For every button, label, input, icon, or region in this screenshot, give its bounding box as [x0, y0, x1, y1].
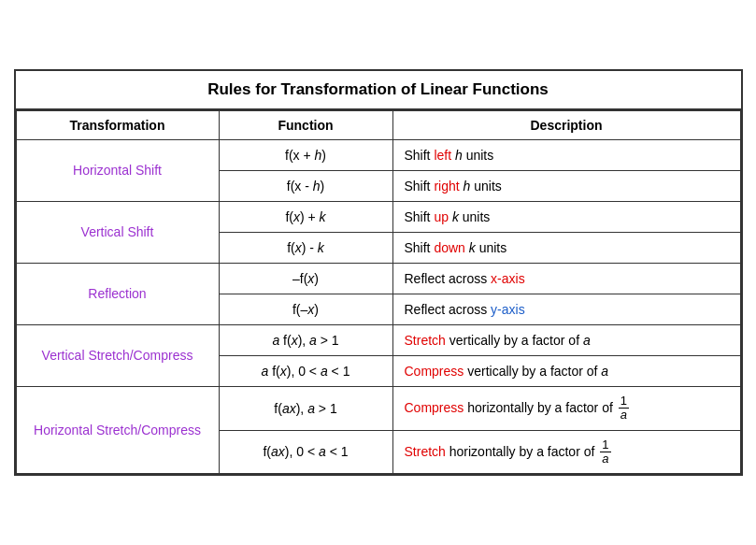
fraction: 1a	[619, 394, 629, 423]
table-row: Horizontal Shiftf(x + h)Shift left h uni…	[16, 139, 740, 170]
function-cell: f(x - h)	[219, 170, 392, 201]
description-cell: Shift down k units	[392, 232, 740, 263]
table-title: Rules for Transformation of Linear Funct…	[16, 71, 741, 110]
function-cell: f(ax), 0 < a < 1	[219, 430, 392, 474]
transform-cell: Horizontal Stretch/Compress	[16, 386, 219, 473]
transform-cell: Horizontal Shift	[16, 139, 219, 201]
header-description: Description	[392, 110, 740, 139]
function-cell: f(x) - k	[219, 232, 392, 263]
function-cell: –f(x)	[219, 263, 392, 294]
description-cell: Shift left h units	[392, 139, 740, 170]
transform-cell: Vertical Shift	[16, 201, 219, 263]
description-cell: Reflect across x-axis	[392, 263, 740, 294]
function-cell: a f(x), 0 < a < 1	[219, 355, 392, 386]
description-cell: Compress vertically by a factor of a	[392, 355, 740, 386]
function-cell: a f(x), a > 1	[219, 324, 392, 355]
transform-cell: Vertical Stretch/Compress	[16, 324, 219, 386]
table-row: Reflection–f(x)Reflect across x-axis	[16, 263, 740, 294]
description-cell: Reflect across y-axis	[392, 294, 740, 324]
function-cell: f(–x)	[219, 294, 392, 324]
header-function: Function	[219, 110, 392, 139]
description-cell: Stretch horizontally by a factor of 1a	[392, 430, 740, 474]
function-cell: f(x) + k	[219, 201, 392, 232]
description-cell: Shift right h units	[392, 170, 740, 201]
function-cell: f(x + h)	[219, 139, 392, 170]
table-row: Horizontal Stretch/Compressf(ax), a > 1C…	[16, 386, 740, 430]
transformation-table: Rules for Transformation of Linear Funct…	[14, 69, 743, 476]
table-row: Vertical Stretch/Compressa f(x), a > 1St…	[16, 324, 740, 355]
header-transformation: Transformation	[16, 110, 219, 139]
function-cell: f(ax), a > 1	[219, 386, 392, 430]
table-row: Vertical Shiftf(x) + kShift up k units	[16, 201, 740, 232]
transform-cell: Reflection	[16, 263, 219, 324]
description-cell: Stretch vertically by a factor of a	[392, 324, 740, 355]
description-cell: Compress horizontally by a factor of 1a	[392, 386, 740, 430]
fraction: 1a	[600, 438, 610, 466]
description-cell: Shift up k units	[392, 201, 740, 232]
